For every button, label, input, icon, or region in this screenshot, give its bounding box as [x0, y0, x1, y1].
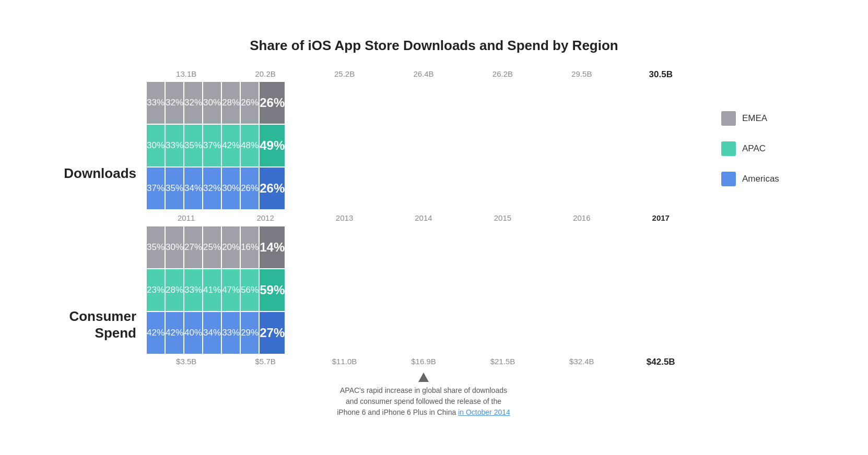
sp-am-2: 40%: [184, 312, 202, 354]
sp-apac-2: 33%: [184, 269, 202, 311]
sp-apac-3: 41%: [203, 269, 221, 311]
sp-emea-3: 25%: [203, 226, 221, 268]
year-2014: 2014: [384, 213, 463, 222]
year-row: 2011 2012 2013 2014 2015 2016 2017: [147, 213, 700, 222]
sp-am-3: 34%: [203, 312, 221, 354]
total-2014: 26.4B: [384, 69, 463, 80]
spend-americas-row: 42% 42% 40% 34% 33% 29% 27%: [147, 312, 700, 354]
dl-emea-4: 28%: [222, 82, 240, 124]
year-2015: 2015: [463, 213, 542, 222]
emea-legend-box: [721, 111, 736, 126]
dl-am-4: 30%: [222, 167, 240, 209]
total-2011: 13.1B: [147, 69, 226, 80]
dl-apac-1: 33%: [166, 125, 183, 166]
sp-total-2: $11.0B: [305, 357, 384, 367]
downloads-americas-row: 37% 35% 34% 32% 30% 26% 26%: [147, 167, 700, 209]
annotation-text: APAC's rapid increase in global share of…: [335, 385, 512, 418]
annotation-arrow-head: [418, 373, 429, 382]
dl-emea-5: 26%: [241, 82, 259, 124]
sp-apac-0: 23%: [147, 269, 165, 311]
annotation-content: APAC's rapid increase in global share of…: [313, 373, 534, 418]
total-2017: 30.5B: [621, 69, 700, 80]
apac-legend-box: [721, 141, 736, 156]
dl-emea-3: 30%: [203, 82, 221, 124]
sp-emea-0: 35%: [147, 226, 165, 268]
downloads-totals-row: 13.1B 20.2B 25.2B 26.4B 26.2B 29.5B 30.5…: [147, 69, 700, 80]
sp-total-6: $42.5B: [621, 357, 700, 367]
spend-emea-row: 35% 30% 27% 25% 20% 16% 14%: [147, 226, 700, 268]
total-2015: 26.2B: [463, 69, 542, 80]
spend-totals-row: $3.5B $5.7B $11.0B $16.9B $21.5B $32.4B …: [147, 357, 700, 367]
dl-emea-6: 26%: [260, 82, 285, 124]
dl-apac-3: 37%: [203, 125, 221, 166]
sp-total-0: $3.5B: [147, 357, 226, 367]
apac-legend-label: APAC: [742, 143, 766, 154]
sp-am-5: 29%: [241, 312, 259, 354]
downloads-emea-row: 33% 32% 32% 30% 28% 26% 26%: [147, 82, 700, 124]
year-2012: 2012: [226, 213, 304, 222]
emea-legend-label: EMEA: [742, 113, 767, 124]
sp-emea-5: 16%: [241, 226, 259, 268]
total-2013: 25.2B: [305, 69, 384, 80]
total-2012: 20.2B: [226, 69, 304, 80]
sp-apac-5: 56%: [241, 269, 259, 311]
sp-apac-6: 59%: [260, 269, 285, 311]
sp-am-4: 33%: [222, 312, 240, 354]
dl-am-5: 26%: [241, 167, 259, 209]
spend-apac-row: 23% 28% 33% 41% 47% 56% 59%: [147, 269, 700, 311]
dl-apac-0: 30%: [147, 125, 165, 166]
sp-total-1: $5.7B: [226, 357, 304, 367]
total-2016: 29.5B: [542, 69, 621, 80]
sp-emea-4: 20%: [222, 226, 240, 268]
dl-am-0: 37%: [147, 167, 165, 209]
chart-title: Share of iOS App Store Downloads and Spe…: [79, 38, 789, 54]
sp-am-6: 27%: [260, 312, 285, 354]
dl-emea-1: 32%: [166, 82, 183, 124]
sp-total-3: $16.9B: [384, 357, 463, 367]
dl-emea-2: 32%: [184, 82, 202, 124]
sp-apac-1: 28%: [166, 269, 183, 311]
dl-apac-4: 42%: [222, 125, 240, 166]
sp-emea-1: 30%: [166, 226, 183, 268]
sp-am-1: 42%: [166, 312, 183, 354]
americas-legend-label: Americas: [742, 174, 779, 184]
dl-am-1: 35%: [166, 167, 183, 209]
sp-total-5: $32.4B: [542, 357, 621, 367]
sp-apac-4: 47%: [222, 269, 240, 311]
year-2011: 2011: [147, 213, 226, 222]
left-labels: Downloads ConsumerSpend: [79, 69, 147, 388]
annotation-area: APAC's rapid increase in global share of…: [147, 373, 700, 418]
spend-label: ConsumerSpend: [79, 262, 147, 388]
sp-emea-2: 27%: [184, 226, 202, 268]
sp-total-4: $21.5B: [463, 357, 542, 367]
dl-am-6: 26%: [260, 167, 285, 209]
legend-americas: Americas: [721, 172, 789, 186]
sp-am-0: 42%: [147, 312, 165, 354]
year-2013: 2013: [305, 213, 384, 222]
chart-area: 13.1B 20.2B 25.2B 26.4B 26.2B 29.5B 30.5…: [147, 69, 700, 418]
year-2017: 2017: [621, 213, 700, 222]
dl-am-3: 32%: [203, 167, 221, 209]
sp-emea-6: 14%: [260, 226, 285, 268]
americas-legend-box: [721, 172, 736, 186]
dl-apac-2: 35%: [184, 125, 202, 166]
dl-emea-0: 33%: [147, 82, 165, 124]
dl-apac-5: 48%: [241, 125, 259, 166]
annotation-link[interactable]: in October 2014: [458, 408, 510, 416]
legend-apac: APAC: [721, 141, 789, 156]
downloads-label: Downloads: [79, 111, 147, 236]
year-2016: 2016: [542, 213, 621, 222]
legend-emea: EMEA: [721, 111, 789, 126]
dl-apac-6: 49%: [260, 125, 285, 166]
dl-am-2: 34%: [184, 167, 202, 209]
downloads-apac-row: 30% 33% 35% 37% 42% 48% 49%: [147, 125, 700, 166]
legend: EMEA APAC Americas: [721, 111, 789, 186]
